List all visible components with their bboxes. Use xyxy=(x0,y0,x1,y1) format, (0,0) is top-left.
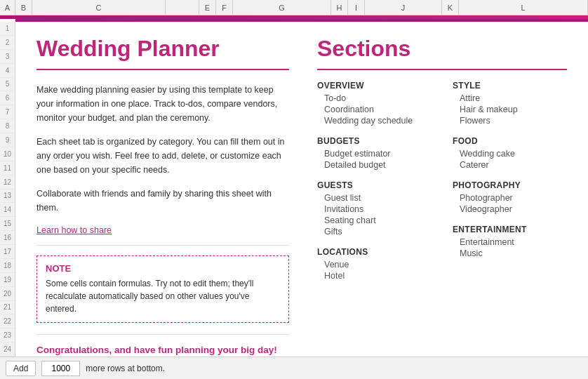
item-todo[interactable]: To-do xyxy=(317,93,432,104)
category-budgets: BUDGETS xyxy=(317,136,432,146)
col-header-k: K xyxy=(442,0,459,15)
row-num-3: 3 xyxy=(0,50,15,64)
category-overview: OVERVIEW xyxy=(317,81,432,91)
col-header-i: I xyxy=(348,0,365,15)
col-header-b: B xyxy=(15,0,32,15)
description-2: Each sheet tab is organized by category.… xyxy=(36,135,289,177)
row-num-22: 22 xyxy=(0,314,15,328)
row-numbers: 1 2 3 4 5 6 7 8 9 10 11 12 13 14 15 16 1… xyxy=(0,22,15,357)
col-header-f: F xyxy=(216,0,233,15)
item-gifts[interactable]: Gifts xyxy=(317,226,432,237)
section-food: FOOD Wedding cake Caterer xyxy=(453,136,567,171)
item-hair-makeup[interactable]: Hair & makeup xyxy=(453,104,567,115)
col-header-e: E xyxy=(199,0,216,15)
category-style: STYLE xyxy=(453,81,567,91)
item-videographer[interactable]: Videographer xyxy=(453,204,567,215)
section-entertainment: ENTERTAINMENT Entertainment Music xyxy=(453,225,567,259)
section-style: STYLE Attire Hair & makeup Flowers xyxy=(453,81,567,126)
row-num-23: 23 xyxy=(0,328,15,343)
add-rows-button[interactable]: Add xyxy=(6,361,36,376)
note-text: Some cells contain formulas. Try not to … xyxy=(46,277,280,315)
item-photographer[interactable]: Photographer xyxy=(453,192,567,204)
item-hotel[interactable]: Hotel xyxy=(317,270,432,281)
row-num-19: 19 xyxy=(0,273,15,287)
item-detailed-budget[interactable]: Detailed budget xyxy=(317,159,432,171)
description-3: Collaborate with friends and family by s… xyxy=(36,187,289,215)
category-locations: LOCATIONS xyxy=(317,247,432,257)
row-num-21: 21 xyxy=(0,301,15,315)
sheet-body: 1 2 3 4 5 6 7 8 9 10 11 12 13 14 15 16 1… xyxy=(0,22,588,357)
item-invitations[interactable]: Invitations xyxy=(317,204,432,215)
left-panel: Wedding Planner Make wedding planning ea… xyxy=(36,36,310,343)
section-locations: LOCATIONS Venue Hotel xyxy=(317,247,432,281)
row-num-17: 17 xyxy=(0,245,15,259)
sections-grid: OVERVIEW To-do Coordination Wedding day … xyxy=(317,81,567,291)
item-attire[interactable]: Attire xyxy=(453,93,567,104)
col-header-l: L xyxy=(459,0,588,15)
item-entertainment[interactable]: Entertainment xyxy=(453,237,567,248)
row-num-9: 9 xyxy=(0,133,15,147)
col-header-j: J xyxy=(365,0,442,15)
right-panel: Sections OVERVIEW To-do Coordination Wed… xyxy=(310,36,567,343)
congrats-text: Congratulations, and have fun planning y… xyxy=(36,345,289,355)
item-guest-list[interactable]: Guest list xyxy=(317,192,432,204)
learn-link[interactable]: Learn how to share xyxy=(36,225,112,235)
description-1: Make wedding planning easier by using th… xyxy=(36,83,289,125)
rows-input[interactable] xyxy=(41,361,80,376)
row-num-1: 1 xyxy=(0,22,15,36)
row-num-10: 10 xyxy=(0,147,15,161)
section-guests: GUESTS Guest list Invitations Seating ch… xyxy=(317,180,432,237)
col-header-g: G xyxy=(233,0,331,15)
row-num-12: 12 xyxy=(0,175,15,190)
row-num-24: 24 xyxy=(0,343,15,357)
sections-col-1: OVERVIEW To-do Coordination Wedding day … xyxy=(317,81,432,291)
category-guests: GUESTS xyxy=(317,180,432,190)
note-title: NOTE xyxy=(46,263,280,274)
item-seating-chart[interactable]: Seating chart xyxy=(317,215,432,226)
col-header-c: C xyxy=(32,0,166,15)
item-coordination[interactable]: Coordination xyxy=(317,104,432,115)
section-budgets: BUDGETS Budget estimator Detailed budget xyxy=(317,136,432,171)
divider xyxy=(36,245,289,246)
row-num-18: 18 xyxy=(0,259,15,273)
sections-col-2: STYLE Attire Hair & makeup Flowers FOOD … xyxy=(453,81,567,291)
category-entertainment: ENTERTAINMENT xyxy=(453,225,567,234)
note-box: NOTE Some cells contain formulas. Try no… xyxy=(36,255,289,323)
item-budget-estimator[interactable]: Budget estimator xyxy=(317,148,432,159)
col-header-d xyxy=(166,0,199,15)
row-num-16: 16 xyxy=(0,231,15,245)
column-headers: A B C E F G H I J K L xyxy=(0,0,588,15)
row-num-11: 11 xyxy=(0,161,15,175)
row-num-14: 14 xyxy=(0,203,15,217)
content-area: Wedding Planner Make wedding planning ea… xyxy=(15,22,588,357)
section-overview: OVERVIEW To-do Coordination Wedding day … xyxy=(317,81,432,126)
row-num-8: 8 xyxy=(0,119,15,133)
page-title: Wedding Planner xyxy=(36,36,289,70)
item-flowers[interactable]: Flowers xyxy=(453,115,567,126)
row-num-13: 13 xyxy=(0,190,15,204)
section-photography: PHOTOGRAPHY Photographer Videographer xyxy=(453,180,567,215)
rows-label: more rows at bottom. xyxy=(86,364,165,373)
col-header-a: A xyxy=(0,0,15,15)
item-music[interactable]: Music xyxy=(453,248,567,259)
sections-title: Sections xyxy=(317,36,567,70)
row-num-2: 2 xyxy=(0,36,15,50)
category-photography: PHOTOGRAPHY xyxy=(453,180,567,190)
row-num-15: 15 xyxy=(0,217,15,231)
item-caterer[interactable]: Caterer xyxy=(453,159,567,171)
row-num-7: 7 xyxy=(0,105,15,119)
row-num-5: 5 xyxy=(0,78,15,92)
divider-2 xyxy=(36,334,289,335)
row-num-6: 6 xyxy=(0,91,15,105)
item-wedding-cake[interactable]: Wedding cake xyxy=(453,148,567,159)
item-wedding-day-schedule[interactable]: Wedding day schedule xyxy=(317,115,432,126)
bottom-bar: Add more rows at bottom. xyxy=(0,357,588,379)
item-venue[interactable]: Venue xyxy=(317,259,432,270)
col-header-h: H xyxy=(331,0,348,15)
row-num-4: 4 xyxy=(0,64,15,78)
row-num-20: 20 xyxy=(0,287,15,301)
category-food: FOOD xyxy=(453,136,567,146)
